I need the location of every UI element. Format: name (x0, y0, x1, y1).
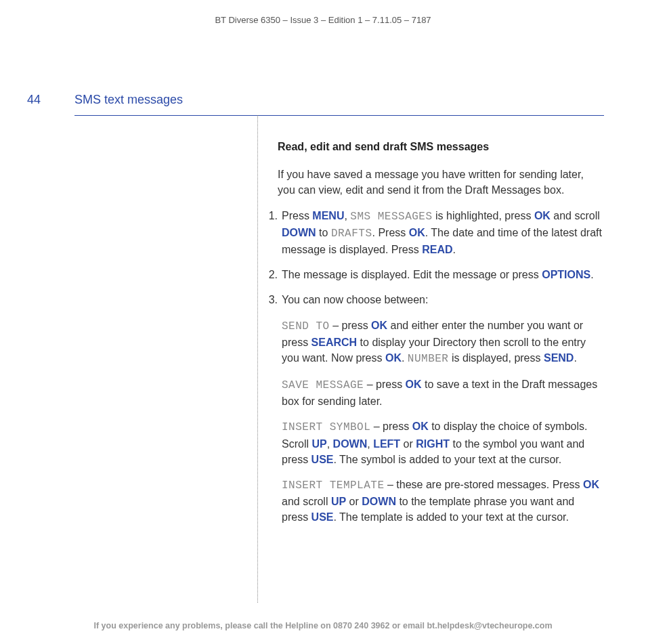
key-ok: OK (412, 421, 429, 432)
text: . The template is added to your text at … (333, 511, 568, 523)
text: and scroll (282, 496, 331, 507)
content-heading: Read, edit and send draft SMS messages (278, 139, 603, 154)
key-ok: OK (583, 479, 599, 490)
step-body: You can now choose between: SEND TO – pr… (282, 292, 603, 534)
step-body: The message is displayed. Edit the messa… (282, 267, 603, 282)
step-1: 1. Press MENU, SMS MESSAGES is highlight… (278, 208, 603, 258)
lcd-insert-template: INSERT TEMPLATE (282, 479, 385, 492)
page-number: 44 (27, 93, 41, 107)
text: is displayed, press (448, 352, 544, 364)
text: or (346, 496, 362, 507)
key-right: RIGHT (416, 438, 450, 450)
text: – these are pre-stored messages. Press (385, 479, 583, 490)
horizontal-rule (74, 115, 604, 116)
key-down: DOWN (282, 227, 316, 238)
step-number: 2. (263, 267, 282, 282)
text: . (453, 244, 456, 255)
key-ok: OK (534, 210, 551, 221)
lcd-insert-symbol: INSERT SYMBOL (282, 421, 370, 433)
key-menu: MENU (312, 210, 344, 221)
text: You can now choose between: (282, 292, 603, 307)
key-ok: OK (371, 320, 387, 331)
option-send-to: SEND TO – press OK and either enter the … (282, 318, 603, 368)
document-page: BT Diverse 6350 – Issue 3 – Edition 1 – … (0, 0, 646, 644)
lcd-send-to: SEND TO (282, 320, 330, 332)
key-up: UP (311, 438, 326, 450)
text: and scroll (551, 210, 600, 221)
text: , (327, 438, 333, 450)
lcd-sms-messages: SMS MESSAGES (350, 211, 432, 223)
key-ok: OK (406, 379, 422, 390)
key-use: USE (311, 454, 334, 465)
option-insert-symbol: INSERT SYMBOL – press OK to display the … (282, 418, 603, 467)
text: is highlighted, press (433, 210, 534, 221)
text: to (316, 227, 331, 238)
key-send: SEND (544, 352, 574, 364)
option-save-message: SAVE MESSAGE – press OK to save a text i… (282, 377, 603, 409)
step-3: 3. You can now choose between: SEND TO –… (278, 292, 603, 534)
text: – press (330, 320, 371, 331)
footer-text: or email (389, 621, 427, 630)
footer: If you experience any problems, please c… (0, 621, 646, 630)
text: or (400, 438, 416, 450)
text: , (367, 438, 373, 450)
key-ok: OK (409, 227, 425, 238)
lcd-save-message: SAVE MESSAGE (282, 379, 364, 391)
key-options: OPTIONS (542, 269, 590, 280)
key-down: DOWN (333, 438, 368, 450)
text: The message is displayed. Edit the messa… (282, 269, 542, 280)
key-use: USE (311, 511, 334, 523)
footer-text: If you experience any problems, please c… (93, 621, 333, 630)
text: . (590, 269, 593, 280)
main-content: Read, edit and send draft SMS messages I… (278, 139, 603, 544)
step-2: 2. The message is displayed. Edit the me… (278, 267, 603, 282)
text: . Press (372, 227, 409, 238)
helpline-email: bt.helpdesk@vtecheurope.com (427, 621, 552, 630)
lcd-number: NUMBER (408, 353, 449, 365)
key-read: READ (422, 244, 452, 255)
helpline-phone: 0870 240 3962 (333, 621, 389, 630)
text: . (402, 352, 408, 364)
text: – press (364, 379, 405, 390)
vertical-rule (257, 115, 258, 603)
key-down: DOWN (362, 496, 396, 507)
step-number: 1. (263, 208, 282, 258)
key-ok: OK (385, 352, 402, 364)
intro-paragraph: If you have saved a message you have wri… (278, 167, 603, 198)
text: Press (282, 210, 312, 221)
step-body: Press MENU, SMS MESSAGES is highlighted,… (282, 208, 603, 258)
text: , (344, 210, 350, 221)
key-search: SEARCH (311, 337, 358, 348)
text: – press (370, 421, 412, 432)
option-insert-template: INSERT TEMPLATE – these are pre-stored m… (282, 477, 603, 525)
document-header: BT Diverse 6350 – Issue 3 – Edition 1 – … (0, 0, 646, 25)
text: . (574, 352, 576, 364)
key-left: LEFT (373, 438, 400, 450)
step-number: 3. (263, 292, 282, 534)
section-title: SMS text messages (74, 93, 183, 107)
key-up: UP (331, 496, 346, 507)
text: . The symbol is added to your text at th… (333, 454, 561, 465)
lcd-drafts: DRAFTS (331, 228, 372, 240)
